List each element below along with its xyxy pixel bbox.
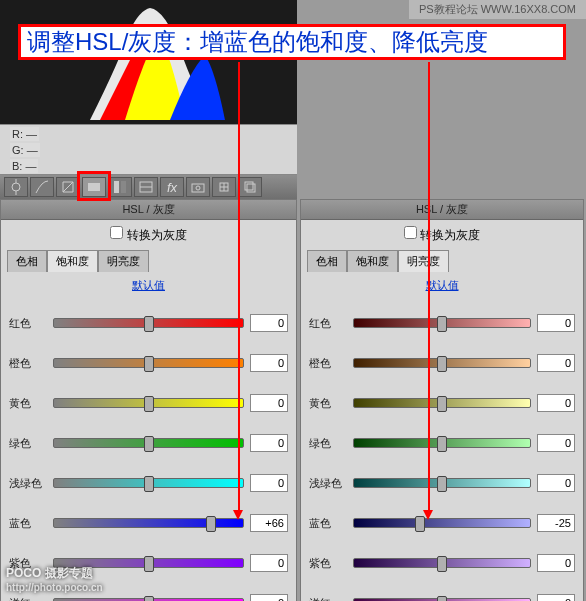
tab-saturation-left[interactable]: 饱和度 — [47, 250, 98, 272]
tool-camera-icon[interactable] — [186, 177, 210, 197]
panel-title-left: HSL / 灰度 — [1, 200, 296, 220]
slider-value-yellow[interactable] — [250, 394, 288, 412]
left-hsl-panel: HSL / 灰度 转换为灰度 色相 饱和度 明亮度 默认值 红色橙色黄色绿色浅绿… — [0, 199, 297, 601]
slider-thumb-yellow[interactable] — [144, 396, 154, 412]
svg-rect-14 — [247, 184, 255, 192]
slider-thumb-yellow[interactable] — [437, 396, 447, 412]
slider-value-blue[interactable] — [537, 514, 575, 532]
default-link-right[interactable]: 默认值 — [426, 279, 459, 291]
slider-track-green[interactable] — [353, 438, 531, 448]
tab-luminance-left[interactable]: 明亮度 — [98, 250, 149, 272]
slider-label-green: 绿色 — [9, 436, 53, 451]
tab-hue-right[interactable]: 色相 — [307, 250, 347, 272]
tool-lens-icon[interactable] — [134, 177, 158, 197]
slider-thumb-green[interactable] — [144, 436, 154, 452]
annotation-text: 调整HSL/灰度：增蓝色的饱和度、降低亮度 — [27, 26, 488, 58]
slider-row-red: 红色 — [309, 303, 575, 343]
slider-thumb-orange[interactable] — [437, 356, 447, 372]
slider-thumb-aqua[interactable] — [144, 476, 154, 492]
arrow-line-right — [428, 62, 430, 512]
slider-track-orange[interactable] — [53, 358, 244, 368]
slider-row-orange: 橙色 — [309, 343, 575, 383]
tool-targeted-adjust-icon[interactable] — [4, 177, 28, 197]
annotation-box: 调整HSL/灰度：增蓝色的饱和度、降低亮度 — [18, 24, 566, 60]
slider-thumb-red[interactable] — [144, 316, 154, 332]
sliders-right: 红色橙色黄色绿色浅绿色蓝色紫色洋红 — [301, 299, 583, 601]
slider-thumb-purple[interactable] — [144, 556, 154, 572]
watermark: POCO 摄影专题 http://photo.poco.cn — [6, 563, 103, 593]
slider-value-purple[interactable] — [537, 554, 575, 572]
panel-title-right: HSL / 灰度 — [301, 200, 583, 220]
slider-row-yellow: 黄色 — [9, 383, 288, 423]
slider-value-aqua[interactable] — [537, 474, 575, 492]
slider-label-aqua: 浅绿色 — [309, 476, 353, 491]
tool-split-tone-icon[interactable] — [108, 177, 132, 197]
slider-thumb-purple[interactable] — [437, 556, 447, 572]
slider-thumb-red[interactable] — [437, 316, 447, 332]
slider-value-aqua[interactable] — [250, 474, 288, 492]
slider-label-magenta: 洋红 — [9, 596, 53, 602]
slider-track-orange[interactable] — [353, 358, 531, 368]
slider-row-red: 红色 — [9, 303, 288, 343]
convert-grayscale-checkbox-right[interactable] — [404, 226, 417, 239]
slider-label-red: 红色 — [309, 316, 353, 331]
slider-track-blue[interactable] — [353, 518, 531, 528]
slider-row-purple: 紫色 — [309, 543, 575, 583]
credit-text: PS教程论坛 WWW.16XX8.COM — [409, 0, 586, 19]
arrow-head-right — [423, 510, 433, 520]
slider-label-green: 绿色 — [309, 436, 353, 451]
slider-value-purple[interactable] — [250, 554, 288, 572]
slider-thumb-orange[interactable] — [144, 356, 154, 372]
tab-luminance-right[interactable]: 明亮度 — [398, 250, 449, 272]
slider-value-orange[interactable] — [250, 354, 288, 372]
slider-thumb-aqua[interactable] — [437, 476, 447, 492]
slider-value-red[interactable] — [250, 314, 288, 332]
slider-track-red[interactable] — [353, 318, 531, 328]
slider-track-aqua[interactable] — [353, 478, 531, 488]
slider-thumb-blue[interactable] — [206, 516, 216, 532]
slider-row-blue: 蓝色 — [309, 503, 575, 543]
tool-snapshots-icon[interactable] — [238, 177, 262, 197]
slider-value-orange[interactable] — [537, 354, 575, 372]
slider-thumb-magenta[interactable] — [144, 596, 154, 601]
slider-value-yellow[interactable] — [537, 394, 575, 412]
slider-track-red[interactable] — [53, 318, 244, 328]
tool-presets-icon[interactable] — [212, 177, 236, 197]
slider-track-aqua[interactable] — [53, 478, 244, 488]
red-highlight-square — [77, 171, 111, 201]
tool-tone-curve-icon[interactable] — [30, 177, 54, 197]
slider-track-yellow[interactable] — [353, 398, 531, 408]
slider-value-magenta[interactable] — [537, 594, 575, 601]
slider-label-orange: 橙色 — [309, 356, 353, 371]
slider-value-green[interactable] — [537, 434, 575, 452]
slider-track-blue[interactable] — [53, 518, 244, 528]
slider-label-yellow: 黄色 — [309, 396, 353, 411]
arrow-line-left — [238, 62, 240, 512]
convert-grayscale-checkbox-left[interactable] — [110, 226, 123, 239]
slider-track-purple[interactable] — [353, 558, 531, 568]
watermark-brand: POCO 摄影专题 — [6, 566, 93, 580]
slider-thumb-green[interactable] — [437, 436, 447, 452]
arrow-head-left — [233, 510, 243, 520]
tool-fx-icon[interactable]: fx — [160, 177, 184, 197]
convert-row-right: 转换为灰度 — [301, 220, 583, 250]
slider-thumb-magenta[interactable] — [437, 596, 447, 601]
g-readout: G: — — [10, 143, 40, 157]
slider-value-blue[interactable] — [250, 514, 288, 532]
slider-row-magenta: 洋红 — [309, 583, 575, 601]
slider-row-blue: 蓝色 — [9, 503, 288, 543]
tabs-left: 色相 饱和度 明亮度 — [1, 250, 296, 272]
default-link-left[interactable]: 默认值 — [132, 279, 165, 291]
r-readout: R: — — [10, 127, 39, 141]
slider-label-aqua: 浅绿色 — [9, 476, 53, 491]
tab-hue-left[interactable]: 色相 — [7, 250, 47, 272]
slider-track-yellow[interactable] — [53, 398, 244, 408]
slider-row-green: 绿色 — [309, 423, 575, 463]
slider-track-green[interactable] — [53, 438, 244, 448]
slider-value-red[interactable] — [537, 314, 575, 332]
slider-value-green[interactable] — [250, 434, 288, 452]
slider-row-green: 绿色 — [9, 423, 288, 463]
slider-value-magenta[interactable] — [250, 594, 288, 601]
tab-saturation-right[interactable]: 饱和度 — [347, 250, 398, 272]
slider-label-orange: 橙色 — [9, 356, 53, 371]
